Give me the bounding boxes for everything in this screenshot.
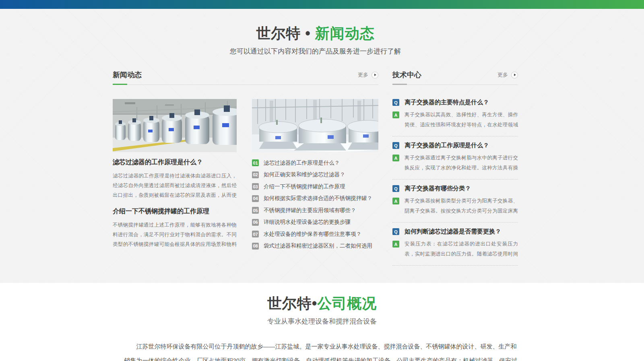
- news-panel-title: 新闻动态: [113, 70, 142, 80]
- tech-center-panel: 技术中心 更多 Q 离子交换器的主要特点是什么？ A: [392, 70, 518, 271]
- news-section-head: 世尔特 • 新闻动态 您可以通过以下内容对我们的产品及服务进一步进行了解: [113, 9, 518, 56]
- qa-item-2-answer-text: 离子交换器通过离子交换树脂与水中的离子进行交换反应，实现了水的净化和处理。这种方…: [405, 153, 518, 173]
- tech-more-link[interactable]: 更多: [497, 71, 518, 78]
- news-more-label: 更多: [358, 71, 368, 78]
- question-icon: Q: [392, 142, 399, 149]
- question-icon: Q: [392, 185, 399, 192]
- news-list-title-6: 详细说明水处理设备滤芯的更换步骤: [264, 219, 351, 226]
- news-list-item-8[interactable]: 08 袋式过滤器和精密过滤器区别，二者如何选用: [252, 240, 378, 252]
- qa-item-3-question-title: 离子交换器有哪些分类？: [405, 185, 471, 192]
- qa-item-1-answer-text: 离子交换器以其高效、选择性好、再生方便、操作简便、适应性强和环境友好等特点，在水…: [405, 110, 518, 130]
- rank-badge-06: 06: [252, 219, 259, 226]
- top-gradient-bar: [0, 0, 644, 9]
- news-list-title-7: 水处理设备的维护保养有哪些注意事项？: [264, 231, 361, 238]
- rank-badge-07: 07: [252, 231, 259, 237]
- news-list-item-6[interactable]: 06 详细说明水处理设备滤芯的更换步骤: [252, 217, 378, 229]
- news-more-link[interactable]: 更多: [358, 71, 378, 78]
- news-section-title-highlight: 新闻动态: [315, 25, 375, 41]
- qa-item-2-question[interactable]: Q 离子交换器的工作原理是什么？: [392, 142, 518, 149]
- qa-item-3-question[interactable]: Q 离子交换器有哪些分类？: [392, 185, 518, 192]
- qa-item-3: Q 离子交换器有哪些分类？ A 离子交换器按树脂类型分类可分为阳离子交换器、阴离…: [392, 185, 518, 223]
- news-article-2[interactable]: 介绍一下不锈钢搅拌罐的工作原理 不锈钢搅拌罐通过上述工作原理，能够有效地将各种物…: [113, 207, 237, 249]
- news-section-title: 世尔特 • 新闻动态: [113, 25, 518, 42]
- arrow-right-circle-icon: [372, 72, 378, 78]
- news-article-1[interactable]: 滤芯过滤器的工作原理是什么？ 滤芯过滤器的工作原理是待过滤液体由滤器进口压入，经…: [113, 158, 237, 200]
- qa-item-1: Q 离子交换器的主要特点是什么？ A 离子交换器以其高效、选择性好、再生方便、操…: [392, 99, 518, 136]
- news-list-item-3[interactable]: 03 介绍一下不锈钢搅拌罐的工作原理: [252, 181, 378, 193]
- answer-icon: A: [392, 198, 399, 204]
- news-list: 01 滤芯过滤器的工作原理是什么？ 02 如何正确安装和维护滤芯过滤器？ 03 …: [252, 157, 378, 252]
- rank-badge-05: 05: [252, 207, 259, 214]
- qa-list: Q 离子交换器的主要特点是什么？ A 离子交换器以其高效、选择性好、再生方便、操…: [392, 99, 518, 266]
- news-photo-reactor-vessels[interactable]: [252, 99, 378, 152]
- qa-item-1-question-title: 离子交换器的主要特点是什么？: [405, 99, 489, 106]
- news-panel-rule: [113, 84, 378, 85]
- news-list-item-7[interactable]: 07 水处理设备的维护保养有哪些注意事项？: [252, 228, 378, 240]
- brand-name: 世尔特 •: [256, 25, 311, 41]
- news-section-subtitle: 您可以通过以下内容对我们的产品及服务进一步进行了解: [113, 47, 518, 56]
- about-section-subtitle: 专业从事水处理设备和搅拌混合设备: [0, 317, 644, 326]
- news-list-item-4[interactable]: 04 如何根据实际需求选择合适的不锈钢搅拌罐？: [252, 193, 378, 205]
- news-list-item-5[interactable]: 05 不锈钢搅拌罐的主要应用领域有哪些？: [252, 204, 378, 217]
- question-icon: Q: [392, 228, 399, 235]
- news-photo-tank-row[interactable]: [113, 99, 237, 152]
- qa-item-2: Q 离子交换器的工作原理是什么？ A 离子交换器通过离子交换树脂与水中的离子进行…: [392, 142, 518, 179]
- news-list-title-1: 滤芯过滤器的工作原理是什么？: [264, 159, 340, 167]
- arrow-right-circle-icon: [511, 72, 518, 78]
- about-section-title-highlight: 公司概况: [317, 295, 377, 311]
- rank-badge-04: 04: [252, 195, 259, 202]
- question-icon: Q: [392, 99, 399, 106]
- rank-badge-01: 01: [252, 159, 259, 166]
- tech-more-label: 更多: [497, 71, 508, 78]
- news-article-1-excerpt: 滤芯过滤器的工作原理是待过滤液体由滤器进口压入，经滤芯自外向里透过滤层而被过滤成…: [113, 171, 237, 200]
- news-panel: 新闻动态 更多: [113, 70, 378, 271]
- answer-icon: A: [392, 241, 399, 248]
- qa-item-4: Q 如何判断滤芯过滤器是否需要更换？ A 安装压力表：在滤芯过滤器的进出口处安装…: [392, 228, 518, 266]
- qa-item-4-question-title: 如何判断滤芯过滤器是否需要更换？: [405, 228, 501, 235]
- rank-badge-02: 02: [252, 171, 259, 178]
- news-list-item-2[interactable]: 02 如何正确安装和维护滤芯过滤器？: [252, 169, 378, 181]
- tech-panel-title: 技术中心: [392, 70, 421, 80]
- answer-icon: A: [392, 155, 399, 161]
- rank-badge-03: 03: [252, 183, 259, 190]
- qa-item-3-answer-text: 离子交换器按树脂类型分类可分为阳离子交换器、阴离子交换器。按按交换方式分类可分为…: [405, 196, 518, 216]
- news-article-2-title[interactable]: 介绍一下不锈钢搅拌罐的工作原理: [113, 207, 237, 216]
- news-list-title-4: 如何根据实际需求选择合适的不锈钢搅拌罐？: [264, 195, 372, 202]
- news-list-title-2: 如何正确安装和维护滤芯过滤器？: [264, 171, 345, 178]
- company-overview-section: 世尔特•公司概况 专业从事水处理设备和搅拌混合设备 江苏世尔特环保设备有限公司位…: [0, 283, 644, 361]
- news-list-item-1[interactable]: 01 滤芯过滤器的工作原理是什么？: [252, 157, 378, 169]
- answer-icon: A: [392, 111, 399, 118]
- news-article-2-excerpt: 不锈钢搅拌罐通过上述工作原理，能够有效地将各种物料进行混合，满足不同行业对于物料…: [113, 220, 237, 249]
- news-article-1-title[interactable]: 滤芯过滤器的工作原理是什么？: [113, 158, 237, 167]
- rank-badge-08: 08: [252, 243, 259, 250]
- qa-item-4-question[interactable]: Q 如何判断滤芯过滤器是否需要更换？: [392, 228, 518, 235]
- qa-item-1-question[interactable]: Q 离子交换器的主要特点是什么？: [392, 99, 518, 106]
- qa-item-4-answer-text: 安装压力表：在滤芯过滤器的进出口处安装压力表，实时监测进出口的压力值。随着滤芯使…: [405, 239, 518, 259]
- about-section-title: 世尔特•公司概况: [0, 295, 644, 312]
- company-intro-paragraph: 江苏世尔特环保设备有限公司位于丹顶鹤的故乡——江苏盐城。是一家专业从事水处理设备…: [124, 339, 520, 361]
- news-list-title-3: 介绍一下不锈钢搅拌罐的工作原理: [264, 183, 345, 190]
- news-list-title-8: 袋式过滤器和精密过滤器区别，二者如何选用: [264, 242, 372, 250]
- brand-name: 世尔特•: [267, 295, 318, 311]
- news-list-title-5: 不锈钢搅拌罐的主要应用领域有哪些？: [264, 207, 356, 214]
- qa-item-2-question-title: 离子交换器的工作原理是什么？: [405, 142, 489, 149]
- news-tech-section: 世尔特 • 新闻动态 您可以通过以下内容对我们的产品及服务进一步进行了解 新闻动…: [0, 9, 644, 283]
- tech-panel-rule: [392, 84, 518, 85]
